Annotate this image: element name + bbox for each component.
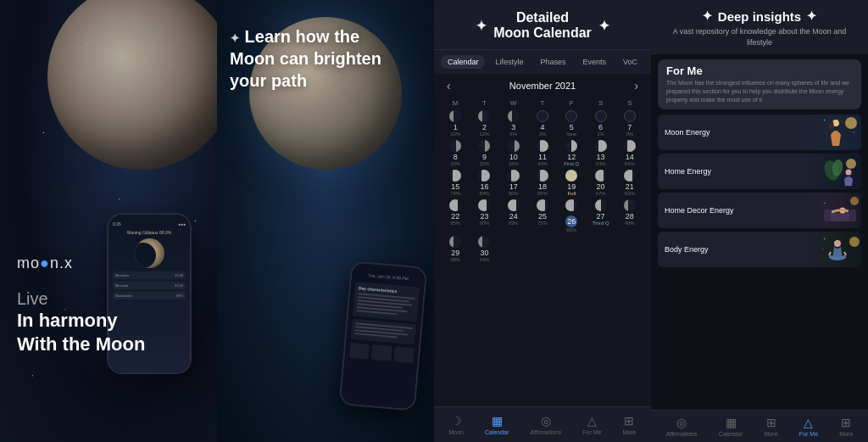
title-star-left: ✦ xyxy=(476,18,487,34)
cal-day-16[interactable]: 1683% xyxy=(470,168,498,197)
footer-more-label: More xyxy=(623,429,637,435)
home-decor-label: Home Decor Energy xyxy=(665,206,734,215)
cal-day-14[interactable]: 1464% xyxy=(615,138,644,167)
svg-rect-9 xyxy=(824,210,831,221)
cal-day-9[interactable]: 922% xyxy=(470,138,498,167)
footer4-affirmations-label: Affirmations xyxy=(666,431,698,437)
cal-day-29[interactable]: 2938% xyxy=(441,234,470,263)
tab-calendar[interactable]: Calendar xyxy=(441,55,486,69)
cal-day-10[interactable]: 1032% xyxy=(499,138,528,167)
footer-affirmations[interactable]: ◎ Affirmations xyxy=(530,414,561,435)
footer-more[interactable]: ⊞ More xyxy=(623,414,637,435)
cal-week-4: 2295% 2390% 2483% 2575% 2666% 27Third Q … xyxy=(441,198,644,233)
calendar-title: ✦ DetailedMoon Calendar ✦ xyxy=(442,10,643,41)
footer4-more2[interactable]: ⊞ More xyxy=(839,416,853,437)
cal-day-23[interactable]: 2390% xyxy=(470,198,498,233)
calendar-nav: ‹ November 2021 › xyxy=(434,74,651,98)
cal-day-15[interactable]: 1574% xyxy=(441,168,470,197)
phone2-block1: Day characteristics xyxy=(353,282,420,322)
cal-day-20[interactable]: 2097% xyxy=(586,168,615,197)
home-decor-figure: ✦ xyxy=(819,194,861,227)
cal-day-24[interactable]: 2483% xyxy=(499,198,528,233)
title-star-right: ✦ xyxy=(598,18,609,34)
tagline-block: Live In harmony With the Moon xyxy=(17,289,145,357)
tagline-live: Live xyxy=(17,289,145,309)
cal-week-5: 2938% 3024% xyxy=(441,234,644,263)
cal-day-7[interactable]: 70% xyxy=(615,109,644,137)
day-m: M xyxy=(441,99,470,107)
phone-phase: Waning Gibbous 66.0% xyxy=(113,230,186,235)
tab-voc[interactable]: VoC xyxy=(616,55,644,69)
footer-forme[interactable]: △ For Me xyxy=(582,414,601,435)
cal-day-8[interactable]: 810% xyxy=(441,138,470,167)
moon-icon: ☽ xyxy=(451,414,462,428)
cal-day-13[interactable]: 1354% xyxy=(586,138,615,167)
insights-subtitle: A vast repository of knowledge about the… xyxy=(661,26,858,48)
moon-energy-figure: ✦ ✦ xyxy=(819,116,861,148)
cal-day-3[interactable]: 38% xyxy=(499,109,528,137)
svg-point-12 xyxy=(850,197,859,205)
home-energy-label: Home Energy xyxy=(665,167,711,176)
moon-energy-card[interactable]: Moon Energy ✦ ✦ xyxy=(658,115,861,150)
footer-calendar[interactable]: ▦ Calendar xyxy=(485,414,509,435)
cal-day-1[interactable]: 110% xyxy=(441,109,470,137)
cal-day-6[interactable]: 61% xyxy=(586,109,615,137)
cal-day-12[interactable]: 12First Q xyxy=(557,138,586,167)
footer4-more1-icon: ⊞ xyxy=(766,416,776,429)
tagline-harmony: In harmony xyxy=(17,309,145,333)
day-w: W xyxy=(499,99,528,107)
svg-rect-10 xyxy=(849,210,856,221)
calendar-footer: ☽ Moon ▦ Calendar ◎ Affirmations △ For M… xyxy=(434,406,651,442)
cal-day-19[interactable]: 19Full xyxy=(557,168,586,197)
day-f: F xyxy=(557,99,586,107)
cal-week-3: 1574% 1683% 1790% 1895% 19Full 2097% 219… xyxy=(441,168,644,197)
cal-day-17[interactable]: 1790% xyxy=(499,168,528,197)
cal-day-21[interactable]: 2193% xyxy=(615,168,644,197)
svg-text:✦: ✦ xyxy=(853,131,855,134)
body-energy-label: Body Energy xyxy=(665,245,709,254)
cal-day-26[interactable]: 2666% xyxy=(557,198,586,233)
for-me-desc: The Moon has the strongest influence on … xyxy=(666,79,853,104)
nav-next[interactable]: › xyxy=(634,79,638,92)
footer-moon-label: Moon xyxy=(449,429,465,435)
footer4-more1[interactable]: ⊞ More xyxy=(765,416,778,437)
nav-prev[interactable]: ‹ xyxy=(447,79,451,92)
cal-day-4[interactable]: 42% xyxy=(528,109,557,137)
insights-footer: ◎ Affirmations ▦ Calendar ⊞ More △ For M… xyxy=(651,410,868,442)
svg-point-6 xyxy=(846,159,856,169)
affirmations-icon: ◎ xyxy=(541,414,551,428)
cal-day-2[interactable]: 212% xyxy=(470,109,498,137)
phone-time: 9:26 xyxy=(113,221,121,227)
footer4-affirmations[interactable]: ◎ Affirmations xyxy=(666,416,698,437)
body-energy-card[interactable]: Body Energy ✦ ✦ xyxy=(658,232,861,267)
more-icon: ⊞ xyxy=(624,414,634,428)
svg-text:✦: ✦ xyxy=(823,237,826,241)
footer4-more2-label: More xyxy=(839,431,853,437)
moon-energy-label: Moon Energy xyxy=(665,128,710,137)
home-energy-card[interactable]: Home Energy xyxy=(658,154,861,189)
cal-day-11[interactable]: 1143% xyxy=(528,138,557,167)
footer4-calendar[interactable]: ▦ Calendar xyxy=(719,416,743,437)
cal-day-18[interactable]: 1895% xyxy=(528,168,557,197)
cal-day-30[interactable]: 3024% xyxy=(470,234,498,263)
calendar-title-text: DetailedMoon Calendar xyxy=(493,10,592,41)
phone2-nav xyxy=(349,343,415,364)
learn-title-line2: Moon can brighten xyxy=(230,49,381,68)
footer-moon[interactable]: ☽ Moon xyxy=(449,414,465,435)
cal-day-5[interactable]: 5New xyxy=(557,109,586,137)
cal-day-28[interactable]: 2848% xyxy=(615,198,644,233)
cal-day-25[interactable]: 2575% xyxy=(528,198,557,233)
home-decor-card[interactable]: Home Decor Energy ✦ xyxy=(658,193,861,228)
cal-day-22[interactable]: 2295% xyxy=(441,198,470,233)
tab-phases[interactable]: Phases xyxy=(534,55,573,69)
phone2-screen: Tue, Jan 26, 9:38 PM Day characteristics xyxy=(341,263,426,410)
tab-lifestyle[interactable]: Lifestyle xyxy=(488,55,530,69)
calendar-tabs[interactable]: Calendar Lifestyle Phases Events VoC xyxy=(434,50,651,74)
tab-events[interactable]: Events xyxy=(576,55,614,69)
svg-point-14 xyxy=(849,237,860,247)
body-energy-illustration: ✦ ✦ xyxy=(802,232,861,267)
footer4-forme[interactable]: △ For Me xyxy=(799,416,818,437)
cal-week-2: 810% 922% 1032% 1143% 12First Q 1354% 14… xyxy=(441,138,644,167)
cal-day-27[interactable]: 27Third Q xyxy=(586,198,615,233)
insights-star-right: ✦ xyxy=(806,8,817,24)
